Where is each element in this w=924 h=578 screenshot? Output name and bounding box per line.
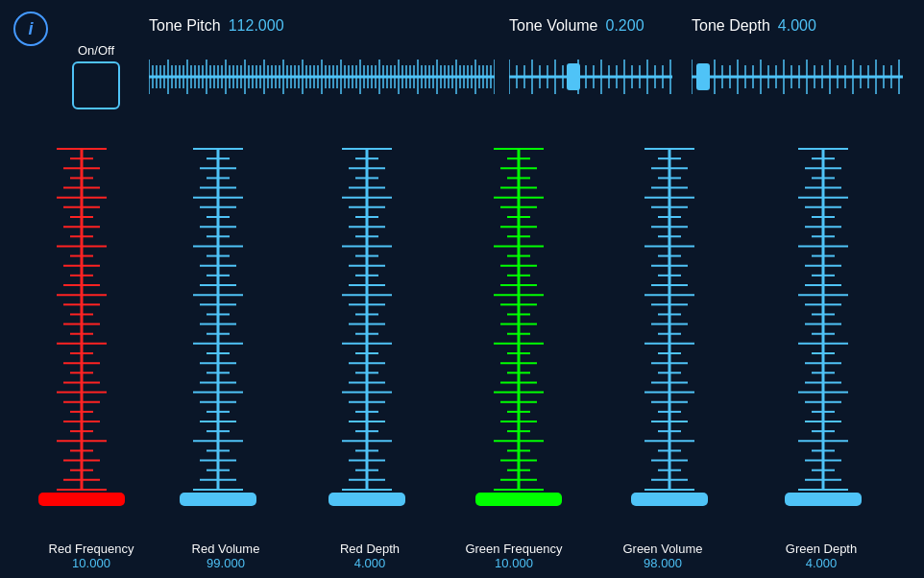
red-depth-label: Red Depth 4.000 <box>322 542 418 570</box>
tone-pitch-slider[interactable]: // We'll render in JS below <box>149 56 495 99</box>
red-volume-meter[interactable] <box>180 149 256 506</box>
tone-volume-value: 0.200 <box>606 17 644 35</box>
red-depth-meter[interactable] <box>328 149 405 506</box>
svg-rect-183 <box>38 493 125 506</box>
svg-rect-335 <box>631 493 708 506</box>
red-frequency-value: 10.000 <box>34 556 149 570</box>
green-volume-meter[interactable] <box>631 149 708 506</box>
tone-volume-slider[interactable] <box>509 56 672 99</box>
svg-rect-373 <box>785 493 862 506</box>
green-frequency-meter[interactable] <box>475 149 562 506</box>
tone-depth-group: Tone Depth 4.000 <box>692 17 816 35</box>
tone-depth-slider[interactable] <box>692 56 903 99</box>
info-icon[interactable]: i <box>13 12 48 46</box>
tone-depth-value: 4.000 <box>778 17 816 35</box>
onoff-container: On/Off <box>72 43 120 109</box>
green-frequency-name: Green Frequency <box>451 542 576 556</box>
onoff-label: On/Off <box>78 43 114 58</box>
green-depth-meter[interactable] <box>785 149 862 506</box>
green-volume-value: 98.000 <box>610 556 716 570</box>
red-depth-value: 4.000 <box>322 556 418 570</box>
red-frequency-label: Red Frequency 10.000 <box>34 542 149 570</box>
tone-pitch-group: Tone Pitch 112.000 <box>149 17 284 35</box>
green-frequency-label: Green Frequency 10.000 <box>451 542 576 570</box>
red-volume-label: Red Volume 99.000 <box>178 542 274 570</box>
tone-volume-group: Tone Volume 0.200 <box>509 17 644 35</box>
green-volume-name: Green Volume <box>610 542 716 556</box>
green-frequency-value: 10.000 <box>451 556 576 570</box>
onoff-button[interactable] <box>72 61 120 109</box>
red-frequency-meter[interactable] <box>38 149 125 506</box>
tone-volume-label: Tone Volume <box>509 17 598 35</box>
green-volume-label: Green Volume 98.000 <box>610 542 716 570</box>
red-volume-name: Red Volume <box>178 542 274 556</box>
svg-rect-297 <box>475 493 562 506</box>
meters-area <box>0 139 924 542</box>
tone-pitch-value: 112.000 <box>229 17 284 35</box>
red-frequency-name: Red Frequency <box>34 542 149 556</box>
tone-depth-label: Tone Depth <box>692 17 770 35</box>
svg-rect-117 <box>696 63 710 90</box>
svg-rect-259 <box>328 493 405 506</box>
green-depth-name: Green Depth <box>768 542 874 556</box>
tone-pitch-label: Tone Pitch <box>149 17 221 35</box>
red-depth-name: Red Depth <box>322 542 418 556</box>
green-depth-value: 4.000 <box>768 556 874 570</box>
green-depth-label: Green Depth 4.000 <box>768 542 874 570</box>
red-volume-value: 99.000 <box>178 556 274 570</box>
svg-rect-221 <box>180 493 256 506</box>
